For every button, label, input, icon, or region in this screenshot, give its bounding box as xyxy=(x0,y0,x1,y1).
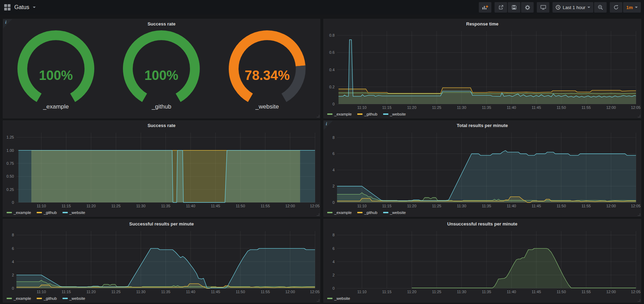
legend-item[interactable]: _github xyxy=(37,210,57,215)
chart-canvas[interactable]: 0246811:1011:1511:2011:2511:3011:3511:40… xyxy=(324,228,641,295)
svg-text:0: 0 xyxy=(12,200,14,205)
save-icon xyxy=(512,5,517,10)
gauge[interactable]: 100% _github xyxy=(109,30,214,118)
legend-item[interactable]: _example xyxy=(327,210,352,215)
dashboards-grid-icon[interactable] xyxy=(4,4,11,11)
svg-text:12:05: 12:05 xyxy=(631,290,641,294)
panel-title[interactable]: Success rate xyxy=(3,121,320,130)
legend-item[interactable]: _website xyxy=(63,296,85,301)
legend-item[interactable]: _website xyxy=(63,210,85,215)
legend-series-color xyxy=(327,113,332,115)
panel-response-time: i Response time 00.20.40.60.811:1011:151… xyxy=(323,19,641,118)
panel-resize-handle[interactable] xyxy=(638,115,640,117)
panel-successful-results: i Successful results per minute 0246811:… xyxy=(3,219,320,303)
gauge-label: _example xyxy=(43,103,69,110)
time-range-label: Last 1 hour xyxy=(563,5,585,10)
svg-text:11:55: 11:55 xyxy=(261,290,270,294)
caret-down-icon[interactable] xyxy=(33,7,36,8)
legend-item[interactable]: _example xyxy=(7,296,31,301)
svg-text:4: 4 xyxy=(12,260,14,264)
panel-title[interactable]: Unsuccessful results per minute xyxy=(324,219,641,228)
dashboard-grid: i Success rate 100% _example 100% _githu… xyxy=(0,15,644,303)
chart-legend: _example _github _website xyxy=(3,209,320,216)
chart-container[interactable]: 0246811:1011:1511:2011:2511:3011:3511:40… xyxy=(324,228,641,295)
chart-canvas[interactable]: 00.250.500.751.001.2511:1011:1511:2011:2… xyxy=(3,130,320,209)
panel-title[interactable]: Success rate xyxy=(3,19,320,28)
time-range-picker[interactable]: Last 1 hour xyxy=(552,2,593,13)
panel-resize-handle[interactable] xyxy=(317,299,319,302)
chart-container[interactable]: 0246811:1011:1511:2011:2511:3011:3511:40… xyxy=(3,228,320,295)
dashboard-title[interactable]: Gatus xyxy=(14,4,29,10)
svg-text:8: 8 xyxy=(12,233,14,237)
chart-canvas[interactable]: 00.20.40.60.811:1011:1511:2011:2511:3011… xyxy=(324,28,641,110)
panel-title[interactable]: Total results per minute xyxy=(324,121,641,130)
share-button[interactable] xyxy=(495,2,507,13)
svg-text:11:10: 11:10 xyxy=(357,105,367,110)
legend-item[interactable]: _github xyxy=(357,112,378,116)
gauge-arc: 100% xyxy=(109,30,214,103)
refresh-icon xyxy=(614,5,619,10)
panel-resize-handle[interactable] xyxy=(638,213,640,216)
panel-resize-handle[interactable] xyxy=(317,213,319,216)
svg-text:0.2: 0.2 xyxy=(329,85,335,89)
legend-item[interactable]: _example xyxy=(7,210,31,215)
gauge[interactable]: 78.34% _website xyxy=(214,30,320,118)
svg-text:11:40: 11:40 xyxy=(507,290,516,294)
panel-title[interactable]: Response time xyxy=(324,19,641,28)
info-corner-icon[interactable]: i xyxy=(324,121,333,130)
chart-container[interactable]: 0246811:1011:1511:2011:2511:3011:3511:40… xyxy=(324,130,641,209)
svg-text:2: 2 xyxy=(332,184,335,188)
legend-series-color xyxy=(327,298,332,299)
chart-legend: _example _github _website xyxy=(324,110,641,118)
svg-text:11:50: 11:50 xyxy=(557,290,566,294)
refresh-button[interactable] xyxy=(610,2,622,13)
svg-text:1.00: 1.00 xyxy=(7,148,14,153)
legend-item[interactable]: _example xyxy=(327,112,352,116)
chart-canvas[interactable]: 0246811:1011:1511:2011:2511:3011:3511:40… xyxy=(3,228,320,295)
svg-text:11:20: 11:20 xyxy=(86,290,96,294)
gauges-row: 100% _example 100% _github 78.34% _websi… xyxy=(3,28,320,118)
svg-text:2: 2 xyxy=(332,273,335,277)
legend-item[interactable]: _github xyxy=(357,210,378,215)
monitor-icon xyxy=(540,5,546,10)
chart-legend: _example _github _website xyxy=(324,209,641,216)
legend-item[interactable]: _website xyxy=(383,210,406,215)
svg-text:0: 0 xyxy=(332,286,335,290)
svg-text:4: 4 xyxy=(332,260,335,264)
zoom-out-button[interactable] xyxy=(594,2,607,13)
panel-resize-handle[interactable] xyxy=(317,115,319,117)
chart-container[interactable]: 00.20.40.60.811:1011:1511:2011:2511:3011… xyxy=(324,28,641,110)
add-panel-button[interactable] xyxy=(479,2,491,13)
chart-container[interactable]: 00.250.500.751.001.2511:1011:1511:2011:2… xyxy=(3,130,320,209)
info-corner-icon[interactable]: i xyxy=(3,19,12,28)
legend-item[interactable]: _github xyxy=(37,296,57,301)
chart-legend: _website xyxy=(324,295,641,302)
legend-series-color xyxy=(7,298,12,299)
save-dashboard-button[interactable] xyxy=(508,2,520,13)
panel-title[interactable]: Successful results per minute xyxy=(3,219,320,228)
svg-text:11:20: 11:20 xyxy=(407,204,417,208)
caret-down-icon xyxy=(635,7,638,8)
dashboard-settings-button[interactable] xyxy=(521,2,534,13)
gauge[interactable]: 100% _example xyxy=(3,30,109,118)
gauges-container: 100% _example 100% _github 78.34% _websi… xyxy=(3,28,320,118)
svg-text:12:05: 12:05 xyxy=(631,204,641,208)
svg-text:11:55: 11:55 xyxy=(581,290,591,294)
legend-item[interactable]: _website xyxy=(327,296,350,301)
svg-text:0.50: 0.50 xyxy=(7,174,14,178)
panel-resize-handle[interactable] xyxy=(638,299,640,302)
svg-text:11:35: 11:35 xyxy=(161,290,170,294)
svg-text:12:00: 12:00 xyxy=(606,290,616,294)
legend-item[interactable]: _website xyxy=(383,112,406,116)
svg-text:12:00: 12:00 xyxy=(285,204,295,208)
svg-text:11:15: 11:15 xyxy=(382,290,391,294)
gauge-arc: 100% xyxy=(3,30,108,103)
legend-series-color xyxy=(383,212,388,213)
legend-series-color xyxy=(327,212,332,213)
chart-canvas[interactable]: 0246811:1011:1511:2011:2511:3011:3511:40… xyxy=(324,130,641,209)
refresh-interval-picker[interactable]: 1m xyxy=(623,2,641,13)
cycle-view-button[interactable] xyxy=(537,2,549,13)
svg-text:0: 0 xyxy=(12,286,14,290)
svg-text:6: 6 xyxy=(332,151,335,156)
svg-text:11:25: 11:25 xyxy=(432,290,441,294)
